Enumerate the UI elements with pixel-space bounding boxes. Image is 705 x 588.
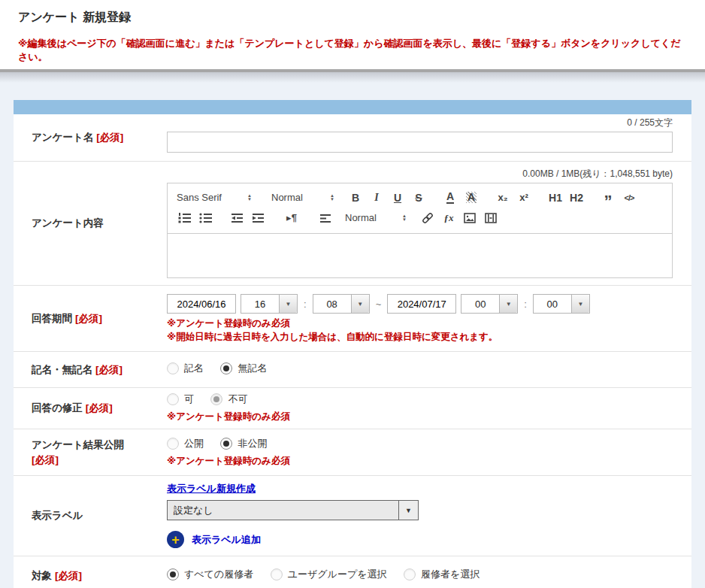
heading-picker[interactable]: Normal ▲▼	[271, 192, 334, 203]
code-block-button[interactable]: </>	[619, 189, 640, 207]
radio-selected-icon[interactable]	[220, 438, 232, 450]
time-colon: :	[524, 299, 527, 310]
results-publication-label: アンケート結果公開 [必須]	[14, 438, 167, 467]
period-note-2: ※開始日時に過去日時を入力した場合は、自動的に登録日時に変更されます。	[167, 331, 673, 344]
align-button[interactable]	[315, 209, 336, 227]
row-named-anonymous: 記名・無記名[必須] 記名 無記名	[14, 352, 691, 388]
formula-button[interactable]: ƒx	[438, 209, 459, 227]
survey-content-label: アンケート内容	[14, 216, 167, 231]
radio-option-public[interactable]: 公開	[167, 437, 204, 450]
size-picker[interactable]: Normal ▲▼	[345, 212, 407, 223]
spinner-arrow-icon[interactable]: ▼	[351, 295, 369, 313]
editor-content-area[interactable]	[168, 234, 672, 277]
align-icon	[319, 212, 331, 224]
text-direction-button[interactable]: ▸¶	[279, 209, 304, 227]
create-display-label-link[interactable]: 表示ラベル新規作成	[167, 482, 256, 496]
row-target: 対象[必須] すべての履修者 ユーザグループを選択 履修者を選択	[14, 556, 691, 588]
h2-button[interactable]: H2	[566, 189, 587, 207]
text-color-icon: A	[446, 191, 454, 204]
ordered-list-button[interactable]	[174, 209, 195, 227]
bullet-list-icon	[199, 212, 212, 224]
outdent-button[interactable]	[226, 209, 247, 227]
strikethrough-button[interactable]: S	[408, 189, 429, 207]
subscript-button[interactable]: x₂	[492, 189, 513, 207]
h1-button[interactable]: H1	[545, 189, 566, 207]
row-answer-period: 回答期間[必須] 16 ▼ : 08 ▼ ~ 00 ▼	[14, 286, 691, 352]
video-button[interactable]	[480, 209, 501, 227]
italic-icon: I	[374, 192, 378, 204]
display-label-label: 表示ラベル	[14, 508, 167, 523]
spinner-arrow-icon[interactable]: ▼	[571, 295, 589, 313]
radio-option-all-students[interactable]: すべての履修者	[167, 568, 253, 581]
radio-option-private[interactable]: 非公開	[220, 437, 267, 450]
radio-icon[interactable]	[167, 393, 179, 405]
divider-shadow	[0, 72, 705, 83]
display-label-select[interactable]: 設定なし ▼	[167, 500, 419, 520]
radio-option-not-allowed[interactable]: 不可	[210, 393, 247, 406]
text-color-button[interactable]: A	[440, 189, 461, 207]
spinner-arrow-icon[interactable]: ▼	[279, 295, 297, 313]
required-badge: [必須]	[86, 402, 113, 414]
plus-icon[interactable]: +	[167, 531, 184, 548]
radio-option-named[interactable]: 記名	[167, 362, 204, 375]
modification-note: ※アンケート登録時のみ必須	[167, 411, 673, 424]
h1-icon: H1	[549, 192, 562, 204]
size-counter: 0.00MB / 1MB(残り：1,048,551 byte)	[167, 168, 673, 180]
end-minute-select[interactable]: 00 ▼	[533, 294, 590, 314]
required-badge: [必須]	[32, 453, 167, 468]
end-hour-select[interactable]: 00 ▼	[461, 294, 518, 314]
add-display-label-button[interactable]: + 表示ラベル追加	[167, 531, 673, 548]
superscript-icon: x²	[519, 192, 528, 203]
indent-button[interactable]	[247, 209, 268, 227]
survey-name-input[interactable]	[167, 132, 673, 153]
superscript-button[interactable]: x²	[513, 189, 534, 207]
underline-button[interactable]: U	[387, 189, 408, 207]
radio-option-allowed[interactable]: 可	[167, 393, 194, 406]
background-color-button[interactable]: A	[461, 189, 482, 207]
radio-selected-icon[interactable]	[167, 568, 179, 580]
required-badge: [必須]	[95, 364, 123, 375]
char-counter: 0 / 255文字	[167, 117, 673, 129]
radio-icon[interactable]	[167, 362, 179, 374]
top-header: アンケート 新規登録 ※編集後はページ下の「確認画面に進む」または「テンプレート…	[0, 0, 705, 69]
radio-icon[interactable]	[404, 568, 416, 580]
select-arrow-icon[interactable]: ▼	[398, 501, 418, 520]
formula-icon: ƒx	[444, 212, 454, 224]
image-button[interactable]	[459, 209, 480, 227]
row-survey-content: アンケート内容 0.00MB / 1MB(残り：1,048,551 byte) …	[14, 162, 691, 286]
answer-modification-label: 回答の修正[必須]	[14, 401, 167, 416]
start-date-input[interactable]	[167, 294, 236, 314]
bold-icon: B	[352, 192, 359, 204]
page-warning: ※編集後はページ下の「確認画面に進む」または「テンプレートとして登録」から確認画…	[0, 26, 705, 64]
italic-button[interactable]: I	[366, 189, 387, 207]
radio-selected-icon[interactable]	[220, 362, 232, 374]
bold-button[interactable]: B	[345, 189, 366, 207]
time-colon: :	[304, 299, 307, 310]
radio-icon[interactable]	[271, 568, 283, 580]
end-date-input[interactable]	[387, 294, 456, 314]
row-survey-name: アンケート名[必須] 0 / 255文字	[14, 114, 691, 162]
radio-selected-disabled-icon[interactable]	[210, 393, 222, 405]
bullet-list-button[interactable]	[195, 209, 216, 227]
survey-form-card: アンケート名[必須] 0 / 255文字 アンケート内容 0.00MB / 1M…	[14, 100, 691, 588]
rich-text-editor: Sans Serif ▲▼ Normal ▲▼ B I	[167, 183, 673, 278]
start-hour-select[interactable]: 16 ▼	[241, 294, 298, 314]
blockquote-button[interactable]: ”	[598, 189, 619, 207]
video-icon	[485, 212, 497, 224]
answer-period-label: 回答期間[必須]	[14, 311, 167, 326]
font-picker[interactable]: Sans Serif ▲▼	[177, 192, 252, 203]
radio-option-select-students[interactable]: 履修者を選択	[404, 568, 480, 581]
spinner-arrow-icon[interactable]: ▼	[499, 295, 517, 313]
survey-name-label: アンケート名[必須]	[14, 130, 167, 145]
start-minute-select[interactable]: 08 ▼	[313, 294, 370, 314]
background-color-icon: A	[466, 192, 477, 203]
link-button[interactable]	[417, 209, 438, 227]
required-badge: [必須]	[55, 570, 82, 581]
named-anonymous-label: 記名・無記名[必須]	[14, 362, 167, 377]
radio-option-user-group[interactable]: ユーザグループを選択	[271, 568, 387, 581]
form-header-bar	[14, 100, 691, 114]
outdent-icon	[231, 212, 244, 224]
radio-option-anonymous[interactable]: 無記名	[220, 362, 267, 375]
period-note-1: ※アンケート登録時のみ必須	[167, 317, 673, 331]
radio-icon[interactable]	[167, 438, 179, 450]
